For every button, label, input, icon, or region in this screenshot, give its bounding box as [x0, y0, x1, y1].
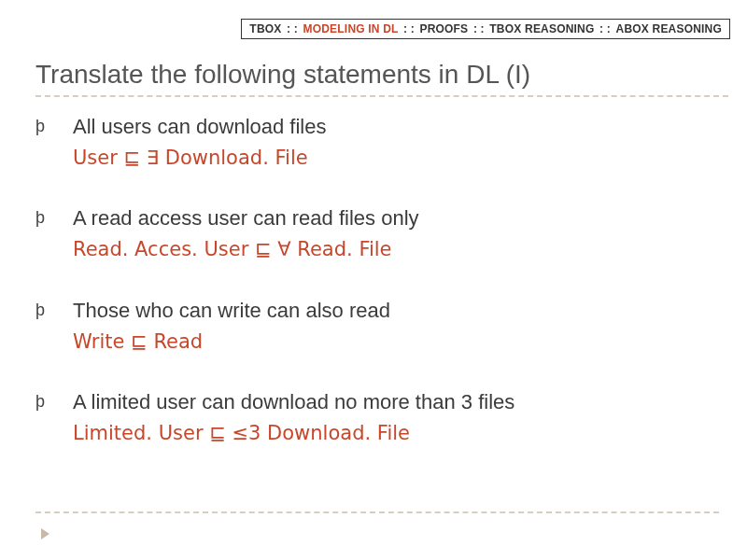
bullet-icon: þ: [35, 203, 73, 229]
breadcrumb-item-abox-reasoning: ABOX REASONING: [616, 22, 722, 35]
content-area: þ All users can download files User ⊑ ∃ …: [35, 112, 719, 479]
breadcrumb-item-proofs: PROOFS: [419, 22, 468, 35]
slide: TBOX : : MODELING IN DL : : PROOFS : : T…: [0, 0, 747, 560]
list-item: þ A limited user can download no more th…: [35, 387, 719, 447]
statement-text: A read access user can read files only: [73, 203, 419, 233]
list-item: þ A read access user can read files only…: [35, 203, 719, 263]
bullet-icon: þ: [35, 296, 73, 321]
item-body: Those who can write can also read Write …: [73, 296, 390, 356]
item-body: All users can download files User ⊑ ∃ Do…: [73, 112, 326, 172]
bottom-divider: [35, 511, 719, 513]
breadcrumb-sep: : :: [402, 22, 419, 35]
formula-text: Limited. User ⊑ ≤3 Download. File: [73, 419, 514, 447]
breadcrumb-item-tbox: TBOX: [249, 22, 281, 35]
statement-text: A limited user can download no more than…: [73, 387, 514, 417]
title-area: Translate the following statements in DL…: [35, 60, 728, 97]
bullet-icon: þ: [35, 112, 73, 137]
breadcrumb-sep: : :: [472, 22, 489, 35]
bullet-icon: þ: [35, 387, 73, 413]
list-item: þ Those who can write can also read Writ…: [35, 296, 719, 356]
item-body: A read access user can read files only R…: [73, 203, 419, 263]
statement-text: Those who can write can also read: [73, 296, 390, 326]
breadcrumb: TBOX : : MODELING IN DL : : PROOFS : : T…: [241, 19, 730, 39]
item-body: A limited user can download no more than…: [73, 387, 514, 447]
triangle-icon: [41, 528, 49, 539]
statement-text: All users can download files: [73, 112, 326, 142]
formula-text: Read. Acces. User ⊑ ∀ Read. File: [73, 235, 419, 263]
formula-text: Write ⊑ Read: [73, 328, 390, 356]
breadcrumb-item-modeling: MODELING IN DL: [303, 22, 399, 35]
slide-title: Translate the following statements in DL…: [35, 60, 728, 97]
formula-text: User ⊑ ∃ Download. File: [73, 144, 326, 172]
breadcrumb-sep: : :: [598, 22, 615, 35]
breadcrumb-sep: : :: [285, 22, 303, 35]
list-item: þ All users can download files User ⊑ ∃ …: [35, 112, 719, 172]
breadcrumb-item-tbox-reasoning: TBOX REASONING: [489, 22, 594, 35]
